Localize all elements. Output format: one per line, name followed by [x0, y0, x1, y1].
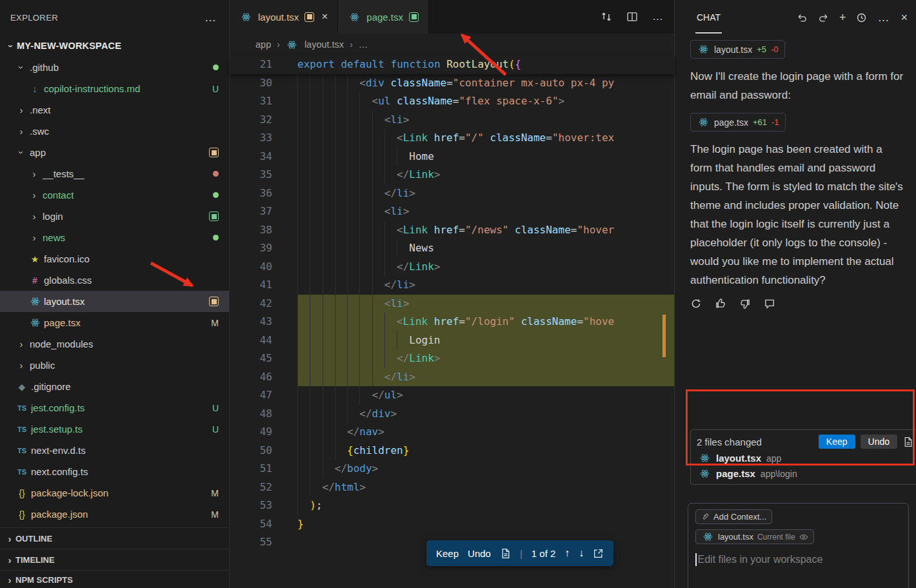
code-line-38[interactable]: 38<Link href="/news" className="hover — [230, 221, 675, 240]
context-file-chip[interactable]: layout.tsx Current file — [695, 529, 814, 544]
workspace-root[interactable]: › MY-NEW-WORKSPACE — [0, 35, 229, 57]
git-status-badge: M — [211, 488, 219, 498]
code-line-49[interactable]: 49</nav> — [230, 423, 675, 442]
keep-button[interactable]: Keep — [436, 548, 459, 559]
code-line-21[interactable]: 21export default function RootLayout({ — [230, 55, 675, 74]
code-line-33[interactable]: 33<Link href="/" className="hover:tex — [230, 129, 675, 148]
editor-more-icon[interactable]: … — [652, 10, 664, 23]
close-tab-icon[interactable]: × — [321, 10, 328, 23]
git-status-badge: M — [211, 318, 219, 328]
explorer-item-favicon-ico[interactable]: ★favicon.ico — [0, 248, 229, 270]
explorer-item-globals-css[interactable]: #globals.css — [0, 270, 229, 291]
code-line-46[interactable]: 46</li> — [230, 368, 675, 387]
react-icon — [697, 117, 710, 127]
code-line-42[interactable]: 42<li> — [230, 295, 675, 313]
explorer-item-login[interactable]: ›login — [0, 206, 229, 227]
tab-layout-tsx[interactable]: layout.tsx × — [230, 0, 337, 34]
breadcrumb[interactable]: app › layout.tsx › … — [230, 34, 675, 55]
code-line-36[interactable]: 36</li> — [230, 184, 675, 203]
code-line-37[interactable]: 37<li> — [230, 202, 675, 221]
code-line-44[interactable]: 44Login — [230, 331, 675, 350]
split-editor-icon[interactable] — [626, 11, 638, 23]
chat-input-placeholder[interactable]: Edit files in your workspace — [698, 554, 823, 565]
explorer-item-app[interactable]: ›app — [0, 142, 229, 163]
code-line-52[interactable]: 52</html> — [230, 478, 675, 497]
explorer-item-news[interactable]: ›news — [0, 227, 229, 248]
line-number: 43 — [230, 313, 272, 331]
new-chat-icon[interactable]: + — [839, 12, 846, 23]
chat-input-box[interactable]: Add Context... layout.tsx Current file E… — [688, 503, 909, 588]
explorer-item-layout-tsx[interactable]: layout.tsx — [0, 291, 229, 312]
code-line-34[interactable]: 34Home — [230, 148, 675, 166]
next-change-icon[interactable]: ↓ — [579, 547, 584, 559]
paperclip-icon — [701, 513, 710, 521]
undo-all-button[interactable]: Undo — [861, 435, 897, 449]
timeline-section-header[interactable]: › TIMELINE — [0, 549, 229, 571]
explorer-more-icon[interactable]: … — [204, 11, 217, 24]
code-line-50[interactable]: 50{children} — [230, 442, 675, 460]
undo-icon[interactable] — [797, 12, 808, 23]
code-line-47[interactable]: 47</ul> — [230, 386, 675, 405]
code-line-31[interactable]: 31<ul className="flex space-x-6"> — [230, 92, 675, 111]
changed-file-row[interactable]: layout.tsxapp — [697, 449, 913, 464]
explorer-title: EXPLORER — [10, 13, 58, 23]
explorer-item--swc[interactable]: ›.swc — [0, 121, 229, 142]
sticky-scroll-line[interactable]: 21export default function RootLayout({ — [230, 55, 675, 74]
code-editor[interactable]: 30<div className="container mx-auto px-4… — [230, 74, 675, 552]
code-line-54[interactable]: 54} — [230, 515, 675, 534]
explorer-item-package-json[interactable]: {}package.jsonM — [0, 504, 229, 525]
redo-icon[interactable] — [818, 12, 829, 23]
changed-file-chip[interactable]: page.tsx +61 -1 — [690, 113, 786, 132]
explorer-item-jest-setup-ts[interactable]: TSjest.setup.tsU — [0, 418, 229, 440]
changed-file-row[interactable]: page.tsxapp\login — [697, 464, 913, 480]
explorer-item-node-modules[interactable]: ›node_modules — [0, 333, 229, 355]
history-icon[interactable] — [856, 12, 867, 23]
diff-file-icon[interactable] — [500, 548, 511, 559]
explorer-item-contact[interactable]: ›contact — [0, 184, 229, 206]
explorer-item-jest-config-ts[interactable]: TSjest.config.tsU — [0, 397, 229, 418]
explorer-item-public[interactable]: ›public — [0, 355, 229, 376]
code-line-40[interactable]: 40</Link> — [230, 258, 675, 277]
previous-change-icon[interactable]: ↑ — [564, 547, 570, 559]
code-line-43[interactable]: 43<Link href="/login" className="hove — [230, 313, 675, 331]
code-line-35[interactable]: 35</Link> — [230, 166, 675, 184]
explorer-item-page-tsx[interactable]: page.tsxM — [0, 312, 229, 333]
regenerate-icon[interactable] — [690, 298, 702, 309]
code-line-39[interactable]: 39News — [230, 239, 675, 258]
outline-section-header[interactable]: › OUTLINE — [0, 527, 229, 549]
explorer-item-next-env-d-ts[interactable]: TSnext-env.d.ts — [0, 440, 229, 461]
close-panel-icon[interactable]: × — [901, 12, 908, 23]
chat-panel-title[interactable]: CHAT — [695, 2, 722, 34]
explorer-item--gitignore[interactable]: ◆.gitignore — [0, 376, 229, 397]
thumbs-down-icon[interactable] — [739, 298, 751, 309]
code-line-32[interactable]: 32<li> — [230, 111, 675, 130]
undo-button[interactable]: Undo — [468, 548, 491, 559]
add-context-button[interactable]: Add Context... — [695, 509, 772, 524]
explorer-item-package-lock-json[interactable]: {}package-lock.jsonM — [0, 482, 229, 504]
explorer-item--github[interactable]: ›.github — [0, 57, 229, 78]
chat-more-icon[interactable]: … — [877, 11, 890, 24]
workspace-name: MY-NEW-WORKSPACE — [17, 41, 121, 51]
explorer-item--next[interactable]: ›.next — [0, 99, 229, 121]
changed-file-chip[interactable]: layout.tsx +5 -0 — [690, 40, 785, 59]
keep-all-button[interactable]: Keep — [819, 435, 855, 449]
explorer-item-next-config-ts[interactable]: TSnext.config.ts — [0, 461, 229, 482]
code-line-45[interactable]: 45</Link> — [230, 349, 675, 368]
explorer-item--tests-[interactable]: ›__tests__ — [0, 163, 229, 184]
code-line-41[interactable]: 41</li> — [230, 276, 675, 295]
code-line-30[interactable]: 30<div className="container mx-auto px-4… — [230, 74, 675, 93]
explorer-item-copilot-instructions-md[interactable]: ↓copilot-instructions.mdU — [0, 78, 229, 99]
open-changes-icon[interactable] — [601, 11, 612, 23]
code-line-51[interactable]: 51</body> — [230, 460, 675, 478]
view-changes-icon[interactable] — [902, 436, 913, 447]
change-dot-badge — [213, 64, 219, 70]
favicon-star-icon: ★ — [28, 254, 41, 264]
feedback-comment-icon[interactable] — [764, 298, 775, 309]
npm-scripts-section-header[interactable]: › NPM SCRIPTS — [0, 570, 229, 588]
open-file-icon[interactable] — [593, 548, 604, 559]
code-line-48[interactable]: 48</div> — [230, 405, 675, 424]
tab-page-tsx[interactable]: page.tsx — [337, 0, 429, 34]
code-line-53[interactable]: 53); — [230, 496, 675, 515]
additions-count: +61 — [753, 117, 767, 127]
thumbs-up-icon[interactable] — [715, 298, 726, 309]
